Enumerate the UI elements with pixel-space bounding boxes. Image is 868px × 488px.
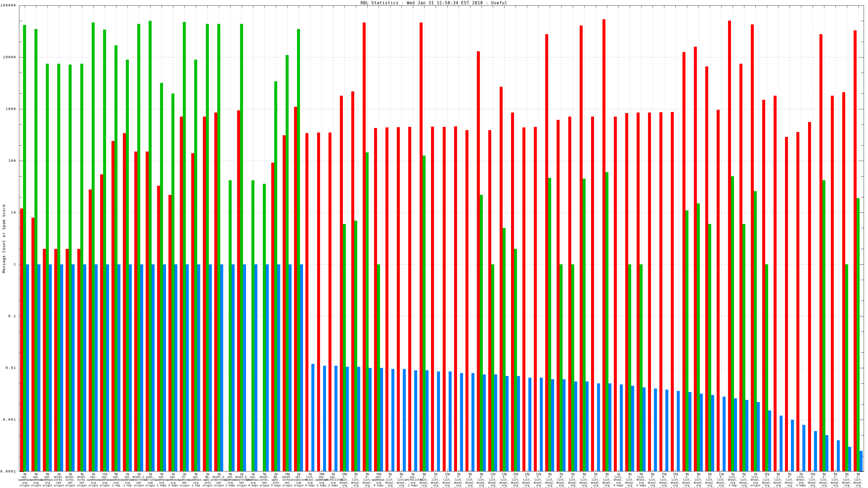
y-tick-label: 1000 [0, 107, 16, 111]
y-tick-label: 0.001 [0, 418, 16, 422]
y-tick-label: 1 [0, 262, 16, 266]
y-tick-label: 100 [0, 159, 16, 163]
y-major-tick [19, 471, 24, 472]
y-major-tick [859, 471, 864, 472]
y-tick-label: 0.1 [0, 314, 16, 318]
rbl-statistics-chart: RBL Statistics - Wed Jan 31 12:58:34 EST… [0, 0, 868, 488]
y-tick-label: 100000 [0, 3, 16, 7]
y-tick-label: 0.0001 [0, 469, 16, 474]
y-tick-label: 0.01 [0, 366, 16, 370]
y-tick-label: 10000 [0, 55, 16, 59]
chart-title: RBL Statistics - Wed Jan 31 12:58:34 EST… [0, 1, 868, 5]
y-tick-label: 10 [0, 210, 16, 215]
plot-border-rect [19, 5, 864, 471]
x-group-label: 9@ 2. list. dnswl. org origin [850, 473, 866, 488]
